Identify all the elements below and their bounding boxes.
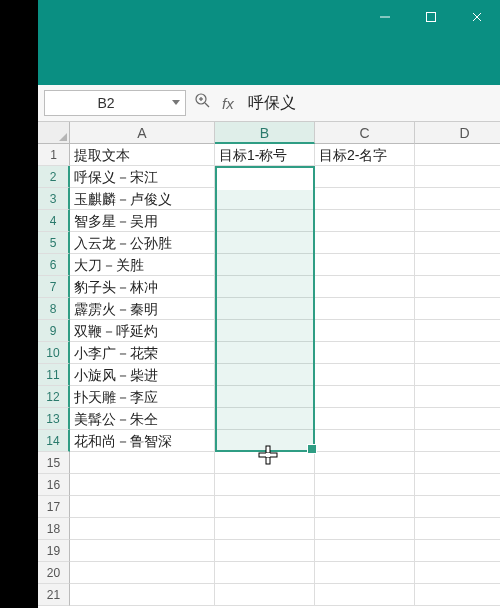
col-header-A[interactable]: A [70, 122, 215, 144]
cell-C8[interactable] [315, 298, 415, 320]
cell-C17[interactable] [315, 496, 415, 518]
cell-D18[interactable] [415, 518, 500, 540]
cell-B3[interactable] [215, 188, 315, 210]
cell-D15[interactable] [415, 452, 500, 474]
worksheet-grid[interactable]: ABCD 123456789101112131415161718192021 提… [38, 122, 500, 608]
cell-A15[interactable] [70, 452, 215, 474]
cell-B16[interactable] [215, 474, 315, 496]
cell-C10[interactable] [315, 342, 415, 364]
cell-B13[interactable] [215, 408, 315, 430]
row-header-20[interactable]: 20 [38, 562, 70, 584]
row-header-15[interactable]: 15 [38, 452, 70, 474]
row-header-11[interactable]: 11 [38, 364, 70, 386]
cell-D9[interactable] [415, 320, 500, 342]
col-header-B[interactable]: B [215, 122, 315, 144]
cell-D2[interactable] [415, 166, 500, 188]
cell-D16[interactable] [415, 474, 500, 496]
minimize-button[interactable] [362, 0, 408, 33]
cell-D6[interactable] [415, 254, 500, 276]
cell-A17[interactable] [70, 496, 215, 518]
chevron-down-icon[interactable] [167, 100, 185, 106]
row-header-3[interactable]: 3 [38, 188, 70, 210]
cell-C20[interactable] [315, 562, 415, 584]
cell-B5[interactable] [215, 232, 315, 254]
row-header-10[interactable]: 10 [38, 342, 70, 364]
cell-A20[interactable] [70, 562, 215, 584]
cell-A2[interactable]: 呼保义－宋江 [70, 166, 215, 188]
cell-A1[interactable]: 提取文本 [70, 144, 215, 166]
cell-A10[interactable]: 小李广－花荣 [70, 342, 215, 364]
cell-B21[interactable] [215, 584, 315, 606]
cell-D13[interactable] [415, 408, 500, 430]
cell-C16[interactable] [315, 474, 415, 496]
row-header-21[interactable]: 21 [38, 584, 70, 606]
zoom-icon[interactable] [194, 92, 212, 114]
cell-B7[interactable] [215, 276, 315, 298]
cell-C18[interactable] [315, 518, 415, 540]
cell-C11[interactable] [315, 364, 415, 386]
row-header-2[interactable]: 2 [38, 166, 70, 188]
cell-C14[interactable] [315, 430, 415, 452]
cell-B15[interactable] [215, 452, 315, 474]
row-header-14[interactable]: 14 [38, 430, 70, 452]
cell-D10[interactable] [415, 342, 500, 364]
cell-C7[interactable] [315, 276, 415, 298]
cell-D8[interactable] [415, 298, 500, 320]
cell-D5[interactable] [415, 232, 500, 254]
cell-D4[interactable] [415, 210, 500, 232]
cell-C13[interactable] [315, 408, 415, 430]
cell-C21[interactable] [315, 584, 415, 606]
cell-D20[interactable] [415, 562, 500, 584]
cell-A4[interactable]: 智多星－吴用 [70, 210, 215, 232]
cell-C9[interactable] [315, 320, 415, 342]
cell-A14[interactable]: 花和尚－鲁智深 [70, 430, 215, 452]
cell-C19[interactable] [315, 540, 415, 562]
row-header-4[interactable]: 4 [38, 210, 70, 232]
row-header-5[interactable]: 5 [38, 232, 70, 254]
cell-A5[interactable]: 入云龙－公孙胜 [70, 232, 215, 254]
row-header-16[interactable]: 16 [38, 474, 70, 496]
cell-B20[interactable] [215, 562, 315, 584]
cell-B14[interactable] [215, 430, 315, 452]
row-header-9[interactable]: 9 [38, 320, 70, 342]
cell-D17[interactable] [415, 496, 500, 518]
cell-B17[interactable] [215, 496, 315, 518]
formula-input[interactable] [242, 91, 494, 115]
cell-B19[interactable] [215, 540, 315, 562]
fx-icon[interactable]: fx [222, 95, 234, 112]
row-header-1[interactable]: 1 [38, 144, 70, 166]
cell-B4[interactable] [215, 210, 315, 232]
cell-B18[interactable] [215, 518, 315, 540]
cell-A21[interactable] [70, 584, 215, 606]
cell-D1[interactable] [415, 144, 500, 166]
cell-D12[interactable] [415, 386, 500, 408]
cell-B8[interactable] [215, 298, 315, 320]
cell-C4[interactable] [315, 210, 415, 232]
col-header-C[interactable]: C [315, 122, 415, 144]
cell-D21[interactable] [415, 584, 500, 606]
cell-A7[interactable]: 豹子头－林冲 [70, 276, 215, 298]
col-header-D[interactable]: D [415, 122, 500, 144]
cell-D14[interactable] [415, 430, 500, 452]
close-button[interactable] [454, 0, 500, 33]
cell-A8[interactable]: 霹雳火－秦明 [70, 298, 215, 320]
cell-A11[interactable]: 小旋风－柴进 [70, 364, 215, 386]
select-all-corner[interactable] [38, 122, 70, 144]
cell-B2[interactable]: 呼保义 [215, 166, 315, 188]
cell-D11[interactable] [415, 364, 500, 386]
cell-C5[interactable] [315, 232, 415, 254]
name-box[interactable]: B2 [44, 90, 186, 116]
cell-A12[interactable]: 扑天雕－李应 [70, 386, 215, 408]
cell-C15[interactable] [315, 452, 415, 474]
cell-B6[interactable] [215, 254, 315, 276]
cell-A9[interactable]: 双鞭－呼延灼 [70, 320, 215, 342]
cell-B1[interactable]: 目标1-称号 [215, 144, 315, 166]
row-header-13[interactable]: 13 [38, 408, 70, 430]
cell-C1[interactable]: 目标2-名字 [315, 144, 415, 166]
cell-A3[interactable]: 玉麒麟－卢俊义 [70, 188, 215, 210]
cell-C3[interactable] [315, 188, 415, 210]
cell-A18[interactable] [70, 518, 215, 540]
cell-D7[interactable] [415, 276, 500, 298]
maximize-button[interactable] [408, 0, 454, 33]
cell-A13[interactable]: 美髯公－朱仝 [70, 408, 215, 430]
